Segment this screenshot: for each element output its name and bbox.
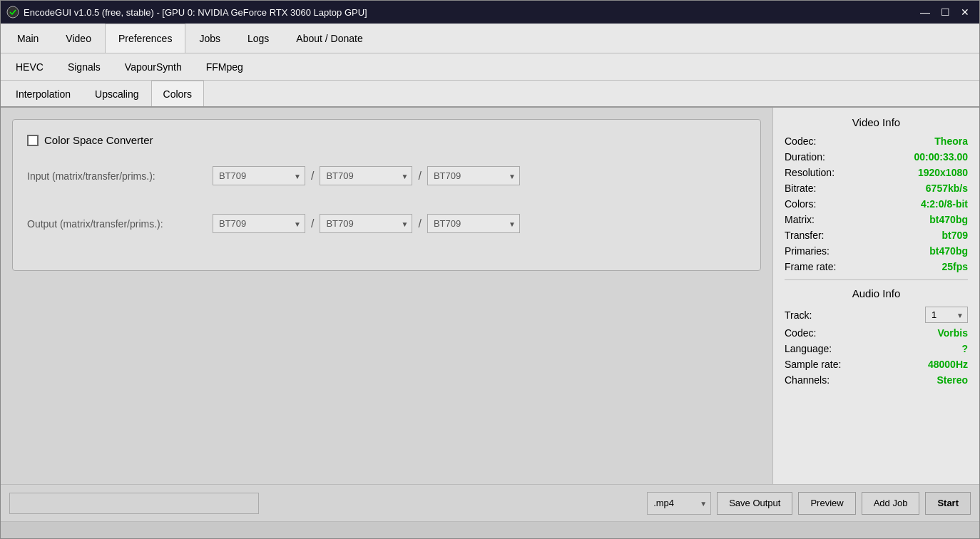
sub-nav-item-vapoursynth[interactable]: VapourSynth: [113, 53, 194, 80]
input-prims-select[interactable]: BT709: [427, 166, 520, 185]
minimize-button[interactable]: —: [917, 4, 934, 21]
sub-nav-item-colors[interactable]: Colors: [151, 81, 204, 106]
audio-channels-row: Channels: Stereo: [785, 374, 968, 386]
nav-item-logs[interactable]: Logs: [234, 24, 282, 53]
format-select[interactable]: .mp4 .mkv .mov .avi: [647, 492, 711, 515]
main-content: Color Space Converter Input (matrix/tran…: [1, 108, 772, 484]
maximize-button[interactable]: ☐: [936, 4, 954, 21]
video-resolution-row: Resolution: 1920x1080: [785, 167, 968, 178]
video-bitrate-key: Bitrate:: [785, 183, 816, 194]
audio-language-val: ?: [961, 343, 968, 354]
input-matrix-select[interactable]: BT709: [213, 166, 305, 185]
color-space-header: Color Space Converter: [27, 134, 746, 146]
bottom-bar: .mp4 .mkv .mov .avi ▼ Save Output Previe…: [1, 484, 979, 521]
input-prims-wrapper: BT709 ▼: [427, 166, 520, 185]
window-footer: [1, 521, 979, 538]
main-window: EncodeGUI v1.0.5 (free, stable) - [GPU 0…: [0, 0, 980, 539]
nav-item-preferences[interactable]: Preferences: [105, 24, 185, 53]
color-space-checkbox[interactable]: [27, 135, 39, 146]
sub-nav-item-interpolation[interactable]: Interpolation: [4, 81, 83, 106]
input-row: Input (matrix/transfer/prims.): BT709 ▼ …: [27, 160, 746, 191]
audio-channels-key: Channels:: [785, 374, 830, 386]
nav-item-main[interactable]: Main: [4, 24, 52, 53]
start-button[interactable]: Start: [925, 492, 971, 515]
video-duration-row: Duration: 00:00:33.00: [785, 151, 968, 163]
main-nav: Main Video Preferences Jobs Logs About /…: [1, 24, 979, 53]
output-prims-select[interactable]: BT709: [427, 214, 520, 233]
video-codec-row: Codec: Theora: [785, 135, 968, 147]
audio-track-key: Track:: [785, 309, 812, 321]
input-matrix-wrapper: BT709 ▼: [213, 166, 305, 185]
input-label: Input (matrix/transfer/prims.):: [27, 170, 213, 182]
output-row: Output (matrix/transfer/prims.): BT709 ▼…: [27, 208, 746, 239]
video-framerate-val: 25fps: [941, 261, 968, 272]
output-label: Output (matrix/transfer/prims.):: [27, 218, 213, 230]
video-colors-key: Colors:: [785, 198, 816, 210]
nav-item-about[interactable]: About / Donate: [282, 24, 376, 53]
audio-channels-val: Stereo: [936, 374, 968, 386]
input-transfer-select[interactable]: BT709: [320, 166, 412, 185]
input-separator-1: /: [308, 170, 317, 183]
audio-track-row: Track: 1 2 3 ▼: [785, 307, 968, 323]
audio-samplerate-val: 48000Hz: [928, 359, 968, 370]
video-bitrate-row: Bitrate: 6757kb/s: [785, 183, 968, 194]
info-divider: [785, 279, 968, 280]
output-dropdowns: BT709 ▼ / BT709 ▼ /: [213, 214, 520, 233]
video-duration-val: 00:00:33.00: [914, 151, 968, 163]
sub-nav-item-upscaling[interactable]: Upscaling: [83, 81, 150, 106]
video-transfer-row: Transfer: bt709: [785, 230, 968, 241]
video-info-section: Video Info Codec: Theora Duration: 00:00…: [785, 116, 968, 272]
video-resolution-val: 1920x1080: [918, 167, 968, 178]
audio-info-section: Audio Info Track: 1 2 3 ▼ Codec: Vorbis: [785, 287, 968, 386]
audio-codec-row: Codec: Vorbis: [785, 327, 968, 339]
audio-language-key: Language:: [785, 343, 832, 354]
output-separator-1: /: [308, 217, 317, 230]
format-dropdown-wrapper: .mp4 .mkv .mov .avi ▼: [647, 492, 711, 515]
sub-nav-2: Interpolation Upscaling Colors: [1, 81, 979, 108]
video-primaries-key: Primaries:: [785, 245, 830, 257]
video-codec-val: Theora: [934, 135, 968, 147]
audio-track-select[interactable]: 1 2 3: [925, 307, 968, 323]
add-job-button[interactable]: Add Job: [862, 492, 920, 515]
title-bar-left: EncodeGUI v1.0.5 (free, stable) - [GPU 0…: [6, 6, 367, 19]
output-transfer-select[interactable]: BT709: [320, 214, 412, 233]
video-colors-val: 4:2:0/8-bit: [921, 198, 968, 210]
video-colors-row: Colors: 4:2:0/8-bit: [785, 198, 968, 210]
video-primaries-val: bt470bg: [929, 245, 968, 257]
right-panel: Video Info Codec: Theora Duration: 00:00…: [772, 108, 979, 484]
video-transfer-key: Transfer:: [785, 230, 825, 241]
close-button[interactable]: ✕: [956, 4, 974, 21]
output-prims-wrapper: BT709 ▼: [427, 214, 520, 233]
video-duration-key: Duration:: [785, 151, 825, 163]
nav-item-jobs[interactable]: Jobs: [185, 24, 234, 53]
color-space-label: Color Space Converter: [44, 134, 153, 146]
video-matrix-row: Matrix: bt470bg: [785, 214, 968, 225]
title-bar: EncodeGUI v1.0.5 (free, stable) - [GPU 0…: [1, 1, 979, 24]
app-icon: [6, 6, 19, 19]
video-codec-key: Codec:: [785, 135, 816, 147]
save-output-button[interactable]: Save Output: [717, 492, 792, 515]
output-transfer-wrapper: BT709 ▼: [320, 214, 412, 233]
sub-nav-item-hevc[interactable]: HEVC: [4, 53, 56, 80]
colors-panel: Color Space Converter Input (matrix/tran…: [12, 119, 761, 271]
audio-info-title: Audio Info: [785, 287, 968, 299]
svg-point-0: [7, 6, 19, 18]
content-wrapper: Color Space Converter Input (matrix/tran…: [1, 108, 979, 484]
video-bitrate-val: 6757kb/s: [926, 183, 968, 194]
audio-track-select-wrapper: 1 2 3 ▼: [925, 307, 968, 323]
nav-item-video[interactable]: Video: [52, 24, 105, 53]
audio-codec-val: Vorbis: [937, 327, 968, 339]
video-primaries-row: Primaries: bt470bg: [785, 245, 968, 257]
input-dropdowns: BT709 ▼ / BT709 ▼ /: [213, 166, 520, 185]
output-path-input[interactable]: [9, 493, 259, 514]
video-transfer-val: bt709: [941, 230, 968, 241]
output-separator-2: /: [415, 217, 424, 230]
window-title: EncodeGUI v1.0.5 (free, stable) - [GPU 0…: [24, 7, 367, 18]
audio-language-row: Language: ?: [785, 343, 968, 354]
output-matrix-wrapper: BT709 ▼: [213, 214, 305, 233]
output-matrix-select[interactable]: BT709: [213, 214, 305, 233]
sub-nav-item-ffmpeg[interactable]: FFMpeg: [194, 53, 255, 80]
preview-button[interactable]: Preview: [798, 492, 855, 515]
video-info-title: Video Info: [785, 116, 968, 128]
sub-nav-item-signals[interactable]: Signals: [56, 53, 113, 80]
